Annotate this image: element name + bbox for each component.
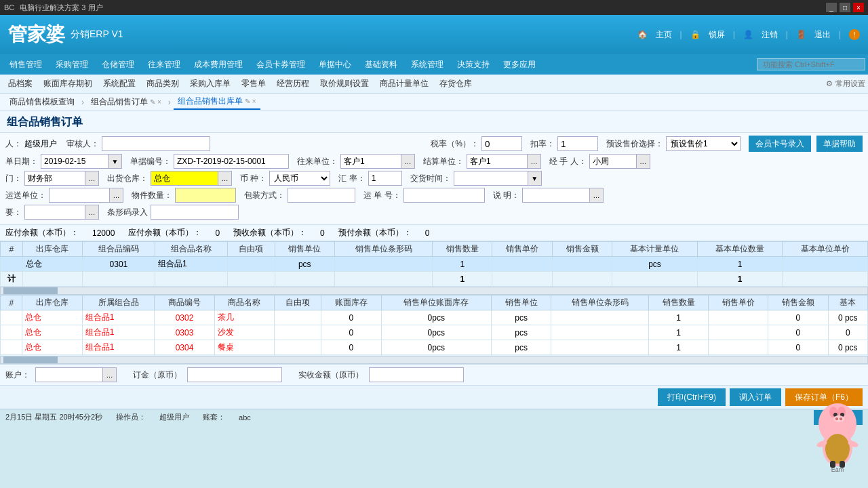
nav-decision[interactable]: 决策支持	[450, 54, 496, 75]
exit-link[interactable]: 退出	[814, 29, 831, 41]
lower-row-2[interactable]: 总仓 组合品1 0303 沙发 0 0pcs pcs 1 0 0	[1, 325, 868, 340]
dept-input[interactable]	[24, 171, 85, 186]
logout-icon[interactable]: 👤	[743, 30, 753, 39]
home-icon[interactable]: 🏠	[637, 30, 648, 39]
remark-btn[interactable]: …	[590, 188, 604, 203]
breadcrumb-edit-icon: ✎	[150, 98, 155, 106]
info-icon[interactable]: !	[849, 29, 860, 40]
to-unit-btn[interactable]: …	[401, 154, 415, 169]
ship-unit-btn[interactable]: …	[110, 188, 123, 203]
account-input[interactable]	[35, 367, 103, 382]
logout-link[interactable]: 注销	[762, 29, 778, 41]
breadcrumb-close-3[interactable]: ×	[252, 98, 256, 105]
settings-shortcut[interactable]: ⚙ 常用设置	[826, 79, 865, 89]
settle-unit-input[interactable]	[467, 154, 528, 169]
close-btn[interactable]: ×	[853, 3, 864, 12]
sub-nav-unit[interactable]: 商品计量单位	[374, 75, 434, 94]
member-card-btn[interactable]: 会员卡号录入	[749, 136, 811, 152]
help-btn[interactable]: 单据帮助	[816, 136, 863, 152]
dept-btn[interactable]: …	[85, 171, 99, 186]
doc-num-input[interactable]	[174, 154, 289, 169]
sub-nav-inventory[interactable]: 账面库存期初	[38, 75, 98, 94]
print-btn[interactable]: 打印(Ctrl+F9)	[658, 388, 726, 406]
breadcrumb-close-2[interactable]: ×	[157, 98, 161, 106]
nav-sales[interactable]: 销售管理	[3, 54, 49, 75]
sub-nav-category[interactable]: 商品类别	[141, 75, 184, 94]
remark-field: …	[522, 188, 604, 203]
lower-cell-unit-stock-1: 0pcs	[381, 310, 491, 325]
trans-time-btn[interactable]: ▼	[528, 171, 542, 186]
nav-member[interactable]: 会员卡券管理	[250, 54, 312, 75]
piece-count-input[interactable]	[175, 188, 236, 203]
nav-docs[interactable]: 单据中心	[312, 54, 358, 75]
date-picker-btn[interactable]: ▼	[108, 154, 122, 169]
warehouse-btn[interactable]: …	[218, 171, 232, 186]
to-unit-input[interactable]	[340, 154, 401, 169]
remark-input[interactable]	[522, 188, 590, 203]
tax-input[interactable]: 0	[481, 136, 522, 151]
ship-num-input[interactable]	[403, 188, 485, 203]
nav-purchase[interactable]: 采购管理	[49, 54, 95, 75]
exit-icon[interactable]: 🚪	[796, 30, 806, 39]
nav-warehouse[interactable]: 仓储管理	[95, 54, 141, 75]
minimize-btn[interactable]: _	[826, 3, 837, 12]
settle-unit-btn[interactable]: …	[528, 154, 541, 169]
upper-scroll-bar[interactable]	[0, 287, 868, 295]
reviewer-input[interactable]	[102, 136, 210, 151]
warehouse-input[interactable]	[151, 171, 218, 186]
sub-nav-purchase-receipt[interactable]: 采购入库单	[184, 75, 236, 94]
lock-icon[interactable]: 🔒	[690, 30, 701, 39]
sub-nav-config[interactable]: 系统配置	[98, 75, 141, 94]
pack-method-input[interactable]	[288, 188, 355, 203]
date-input[interactable]	[41, 154, 108, 169]
upper-scroll-thumb[interactable]	[3, 287, 58, 294]
require-label: 要：	[5, 207, 22, 218]
nav-system[interactable]: 系统管理	[404, 54, 450, 75]
require-btn[interactable]: …	[85, 205, 99, 220]
function-search-input[interactable]	[757, 58, 865, 70]
currency-select[interactable]: 人民币	[269, 171, 330, 186]
lower-cell-su-3: pcs	[491, 340, 551, 355]
sub-nav-price-rules[interactable]: 取价规则设置	[315, 75, 374, 94]
table-row[interactable]: 总仓 0301 组合品1 pcs 1 pcs 1	[1, 257, 868, 272]
nav-basic[interactable]: 基础资料	[358, 54, 404, 75]
nav-more[interactable]: 更多应用	[496, 54, 542, 75]
lower-scroll-bar[interactable]	[0, 356, 868, 364]
handler-input[interactable]	[589, 154, 637, 169]
app-logo: 管家婆 分销ERP V1	[8, 22, 123, 47]
price-select[interactable]: 预设售价1	[666, 136, 741, 151]
nav-cost[interactable]: 成本费用管理	[187, 54, 250, 75]
order-amount-input[interactable]	[187, 367, 282, 382]
nav-dealings[interactable]: 往来管理	[141, 54, 187, 75]
ship-unit-input[interactable]	[49, 188, 110, 203]
breadcrumb-outbound-order[interactable]: 组合品销售出库单 ✎ ×	[174, 94, 260, 110]
cell-barcode	[334, 257, 432, 272]
exchange-label: 汇 率：	[338, 173, 365, 184]
account-btn[interactable]: …	[103, 367, 117, 382]
barcode-input[interactable]	[151, 205, 239, 220]
sub-nav-product-archive[interactable]: 品档案	[3, 75, 38, 94]
exchange-input[interactable]	[368, 171, 402, 186]
breadcrumb-sales-order[interactable]: 组合品销售订单 ✎ ×	[87, 95, 165, 109]
maximize-btn[interactable]: □	[840, 3, 850, 12]
require-input[interactable]	[24, 205, 85, 220]
discount-input[interactable]: 1	[557, 136, 598, 151]
sub-nav: 品档案 账面库存期初 系统配置 商品类别 采购入库单 零售单 经营历程 取价规则…	[0, 75, 868, 94]
trans-time-input[interactable]	[454, 171, 528, 186]
lock-link[interactable]: 锁屏	[709, 29, 725, 41]
import-order-btn[interactable]: 调入订单	[730, 388, 781, 406]
breadcrumb-template-query[interactable]: 商品销售模板查询	[5, 95, 79, 109]
th-free-item: 自由项	[227, 242, 275, 257]
window-controls[interactable]: _ □ ×	[826, 3, 864, 12]
home-link[interactable]: 主页	[656, 29, 672, 41]
lower-row-3[interactable]: 总仓 组合品1 0304 餐桌 0 0pcs pcs 1 0 0 pcs	[1, 340, 868, 355]
sub-nav-stock-wh[interactable]: 存货仓库	[434, 75, 477, 94]
trans-time-field: ▼	[454, 171, 542, 186]
lower-scroll-thumb[interactable]	[3, 357, 58, 363]
sub-nav-retail[interactable]: 零售单	[236, 75, 271, 94]
actual-amount-input[interactable]	[369, 367, 464, 382]
discount-label: 扣率：	[530, 138, 555, 150]
lower-row-1[interactable]: 总仓 组合品1 0302 茶几 0 0pcs pcs 1 0 0 pcs	[1, 310, 868, 325]
sub-nav-history[interactable]: 经营历程	[271, 75, 315, 94]
handler-btn[interactable]: …	[637, 154, 650, 169]
